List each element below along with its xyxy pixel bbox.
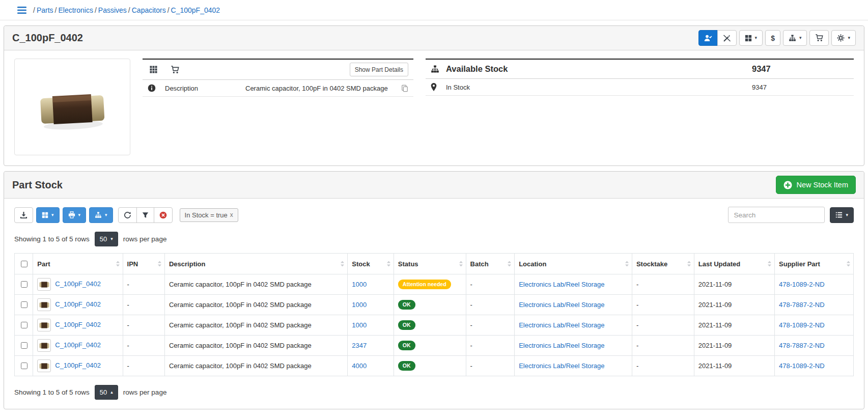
- part-thumbnail[interactable]: [37, 339, 51, 352]
- column-header-description[interactable]: Description: [164, 254, 347, 274]
- stock-link[interactable]: 1000: [352, 301, 367, 309]
- description-cell: Ceramic capacitor, 100pF in 0402 SMD pac…: [164, 336, 347, 356]
- filter-chip-remove[interactable]: x: [230, 211, 233, 218]
- column-header-status[interactable]: Status: [394, 254, 466, 274]
- column-header-supplier-part[interactable]: Supplier Part: [775, 254, 854, 274]
- view-toggle-dropdown[interactable]: ▾: [830, 207, 854, 223]
- new-stock-item-button[interactable]: New Stock Item: [776, 176, 856, 194]
- breadcrumb-link[interactable]: Parts: [37, 6, 53, 14]
- description-label: Description: [165, 85, 245, 92]
- menu-button[interactable]: [15, 6, 29, 15]
- column-header-stock[interactable]: Stock: [348, 254, 394, 274]
- breadcrumb-link[interactable]: Passives: [98, 6, 127, 14]
- order-actions-button[interactable]: [809, 30, 829, 46]
- part-thumbnail[interactable]: [37, 298, 51, 311]
- ipn-cell: -: [123, 336, 164, 356]
- status-badge: Attention needed: [398, 280, 451, 289]
- pricing-button[interactable]: $: [765, 30, 780, 46]
- details-grid-button[interactable]: [148, 65, 159, 74]
- row-checkbox[interactable]: [21, 363, 27, 369]
- location-link[interactable]: Electronics Lab/Reel Storage: [519, 281, 604, 288]
- part-link[interactable]: C_100pF_0402: [55, 321, 101, 328]
- last-updated-cell: 2021-11-09: [694, 315, 774, 336]
- breadcrumb-link[interactable]: Electronics: [58, 6, 93, 14]
- part-actions-dropdown[interactable]: ▾: [831, 30, 856, 46]
- sort-icon: [116, 261, 120, 267]
- supplier-part-cell: 478-7887-2-ND: [775, 336, 854, 356]
- part-thumbnail[interactable]: [37, 359, 51, 372]
- stock-link[interactable]: 1000: [352, 321, 367, 329]
- row-checkbox[interactable]: [21, 322, 27, 328]
- supplier-part-link[interactable]: 478-1089-2-ND: [779, 281, 825, 288]
- filter-button[interactable]: [136, 207, 154, 223]
- stock-table-toolbar: ▾ ▾ ▾: [14, 207, 854, 223]
- refresh-button[interactable]: [118, 207, 137, 223]
- supplier-part-cell: 478-7887-2-ND: [775, 295, 854, 315]
- supplier-part-link[interactable]: 478-7887-2-ND: [779, 301, 825, 309]
- user-subscribe-button[interactable]: [698, 30, 718, 46]
- part-thumbnail[interactable]: [37, 319, 51, 331]
- stock-link[interactable]: 2347: [352, 342, 367, 349]
- part-link[interactable]: C_100pF_0402: [55, 341, 101, 349]
- status-cell: Attention needed: [394, 274, 466, 295]
- status-cell: OK: [394, 315, 466, 336]
- display-options-dropdown[interactable]: ▾: [739, 30, 763, 46]
- part-image[interactable]: [14, 59, 130, 155]
- supplier-part-link[interactable]: 478-1089-2-ND: [779, 362, 825, 370]
- stock-link[interactable]: 1000: [352, 281, 367, 288]
- select-all-checkbox[interactable]: [21, 261, 27, 267]
- column-header-batch[interactable]: Batch: [466, 254, 515, 274]
- row-checkbox[interactable]: [21, 301, 27, 308]
- caret-down-icon: ▾: [110, 237, 113, 241]
- copy-button[interactable]: [401, 85, 408, 92]
- breadcrumb-link[interactable]: Capacitors: [132, 6, 166, 14]
- x-circle-icon: [159, 211, 167, 219]
- plus-circle-icon: [783, 181, 792, 189]
- location-link[interactable]: Electronics Lab/Reel Storage: [519, 301, 604, 309]
- column-header-last-updated[interactable]: Last Updated: [694, 254, 774, 274]
- part-link[interactable]: C_100pF_0402: [55, 300, 101, 308]
- table-row: C_100pF_0402 - Ceramic capacitor, 100pF …: [15, 336, 854, 356]
- column-header-part[interactable]: Part: [33, 254, 123, 274]
- supplier-part-link[interactable]: 478-1089-2-ND: [779, 321, 825, 329]
- column-header-label: Location: [519, 260, 546, 268]
- page-size-dropdown-top[interactable]: 50 ▾: [95, 232, 118, 246]
- export-download-button[interactable]: [14, 207, 33, 223]
- supplier-part-link[interactable]: 478-7887-2-ND: [779, 342, 825, 349]
- part-link[interactable]: C_100pF_0402: [55, 280, 101, 288]
- column-header-location[interactable]: Location: [515, 254, 632, 274]
- show-part-details-button[interactable]: Show Part Details: [350, 63, 408, 76]
- column-header-ipn[interactable]: IPN: [123, 254, 164, 274]
- stock-link[interactable]: 4000: [352, 362, 367, 370]
- sort-icon: [459, 261, 463, 267]
- select-all-header: [15, 254, 33, 274]
- columns-dropdown[interactable]: ▾: [36, 207, 60, 223]
- row-checkbox[interactable]: [21, 281, 27, 288]
- clear-filters-button[interactable]: [154, 207, 173, 223]
- part-cell: C_100pF_0402: [33, 295, 123, 315]
- row-checkbox[interactable]: [21, 342, 27, 349]
- sort-icon: [387, 261, 390, 267]
- breadcrumb-link[interactable]: C_100pF_0402: [171, 6, 220, 14]
- part-thumbnail[interactable]: [37, 278, 51, 291]
- ipn-cell: -: [123, 274, 164, 295]
- subscribed-user-icon: [704, 34, 712, 42]
- search-input[interactable]: [728, 207, 825, 223]
- location-link[interactable]: Electronics Lab/Reel Storage: [519, 342, 604, 349]
- sitemap-icon: [789, 35, 796, 42]
- last-updated-cell: 2021-11-09: [694, 356, 774, 376]
- print-dropdown[interactable]: ▾: [63, 207, 87, 223]
- location-link[interactable]: Electronics Lab/Reel Storage: [519, 321, 604, 329]
- column-header-stocktake[interactable]: Stocktake: [632, 254, 694, 274]
- wand-slash-button[interactable]: [717, 30, 737, 46]
- in-stock-label: In Stock: [446, 84, 752, 91]
- pagination-top: Showing 1 to 5 of 5 rows 50 ▾ rows per p…: [14, 232, 854, 246]
- page-size-dropdown-bottom[interactable]: 50 ▴: [95, 385, 118, 400]
- location-link[interactable]: Electronics Lab/Reel Storage: [519, 362, 604, 370]
- part-link[interactable]: C_100pF_0402: [55, 362, 101, 369]
- stock-cell: 1000: [348, 295, 394, 315]
- stock-actions-dropdown[interactable]: ▾: [783, 30, 807, 46]
- stock-options-dropdown[interactable]: ▾: [89, 207, 113, 223]
- location-cell: Electronics Lab/Reel Storage: [515, 356, 632, 376]
- details-cart-button[interactable]: [169, 65, 181, 75]
